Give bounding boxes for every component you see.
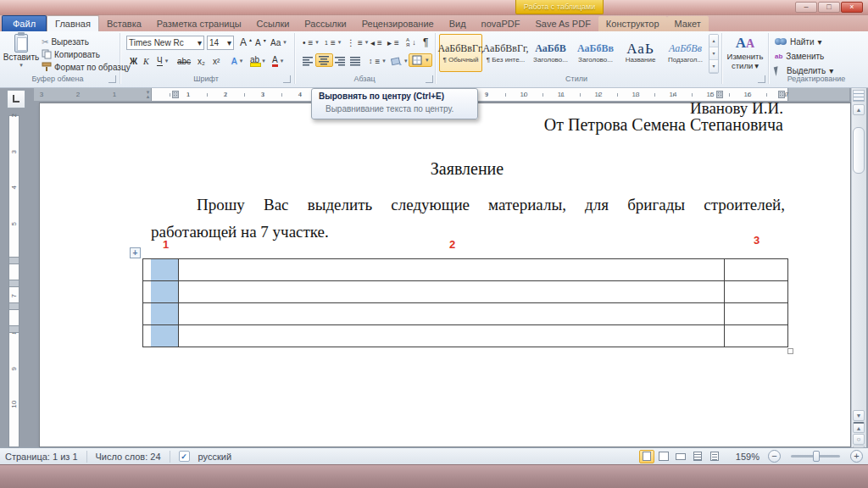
table-cell[interactable] (725, 325, 787, 347)
table-column-marker[interactable] (172, 91, 179, 98)
style-heading1[interactable]: АаБбВЗаголово... (529, 34, 572, 72)
font-name-combobox[interactable]: Times New Rc▾ (126, 36, 204, 50)
close-button[interactable]: × (841, 2, 863, 13)
change-styles-button[interactable]: АА Изменить стили▾ (723, 35, 767, 70)
tab-insert[interactable]: Вставка (99, 16, 149, 31)
paragraph-dialog-launcher[interactable] (426, 75, 433, 83)
zoom-level[interactable]: 159% (731, 452, 760, 462)
find-button[interactable]: Найти▾ (775, 36, 822, 48)
align-left-button[interactable] (300, 54, 316, 68)
align-right-button[interactable] (332, 54, 348, 68)
zoom-out-icon[interactable]: − (768, 450, 781, 463)
minimize-button[interactable]: – (795, 2, 817, 13)
table-row-marker[interactable] (8, 280, 19, 287)
tab-references[interactable]: Ссылки (249, 16, 298, 31)
change-case-button[interactable]: Аа▾ (268, 36, 289, 49)
table-cell-selected[interactable] (143, 281, 179, 302)
reading-view-button[interactable] (656, 450, 671, 463)
tab-mailings[interactable]: Рассылки (297, 16, 353, 31)
sort-button[interactable]: АЯ ↓ (403, 36, 419, 49)
strikethrough-button[interactable]: abc (175, 54, 193, 68)
previous-page-icon[interactable]: ▲ (853, 422, 865, 433)
zoom-in-icon[interactable]: + (850, 450, 863, 463)
style-subtitle[interactable]: АаБбВвПодзагол... (664, 34, 707, 72)
table-cell-selected[interactable] (143, 259, 179, 280)
ruler-toggle-icon[interactable] (853, 90, 865, 102)
table-move-handle[interactable]: + (130, 247, 141, 258)
highlight-button[interactable]: ab▾ (248, 54, 268, 68)
zoom-slider-thumb[interactable] (813, 451, 820, 462)
scroll-up-icon[interactable]: ▲ (853, 104, 865, 115)
numbering-button[interactable]: 1≡▾ (322, 36, 343, 49)
draft-view-button[interactable] (707, 450, 722, 463)
zoom-slider[interactable] (791, 455, 840, 458)
style-normal[interactable]: АаБбВвГг,¶ Обычный (439, 34, 482, 72)
increase-indent-button[interactable]: ▸≡ (385, 36, 402, 49)
superscript-button[interactable]: х² (210, 54, 222, 68)
clipboard-dialog-launcher[interactable] (108, 75, 116, 83)
cut-button[interactable]: ✂ Вырезать (39, 35, 92, 48)
replace-button[interactable]: ab Заменить (775, 50, 824, 63)
styles-dialog-launcher[interactable] (758, 75, 765, 83)
table-cell[interactable] (179, 281, 725, 302)
font-color-button[interactable]: А▾ (270, 54, 286, 68)
format-painter-button[interactable]: Формат по образцу (39, 60, 133, 74)
tab-table-layout[interactable]: Макет (667, 16, 709, 31)
table-cell[interactable] (725, 259, 787, 280)
underline-button[interactable]: Ч▾ (154, 54, 170, 68)
italic-button[interactable]: К (141, 54, 152, 68)
shrink-font-button[interactable]: А▾ (253, 36, 269, 49)
style-title[interactable]: АаЬНазвание (619, 34, 662, 72)
font-dialog-launcher[interactable] (283, 75, 291, 83)
styles-scroll-up-icon[interactable]: ▴ (709, 35, 718, 47)
select-browse-object-icon[interactable]: ○ (853, 434, 865, 445)
tab-review[interactable]: Рецензирование (354, 16, 442, 31)
scrollbar-thumb[interactable] (853, 127, 865, 174)
tab-page-layout[interactable]: Разметка страницы (149, 16, 249, 31)
tab-novapdf[interactable]: novaPDF (474, 16, 528, 31)
styles-gallery-expand-icon[interactable]: ▾ (709, 60, 718, 73)
table-column-marker[interactable] (778, 91, 785, 98)
maximize-button[interactable]: □ (818, 2, 840, 13)
decrease-indent-button[interactable]: ◂≡ (368, 36, 385, 49)
spellcheck-icon[interactable]: ✓ (179, 451, 190, 462)
styles-gallery-scroll[interactable]: ▴ ▾ ▾ (709, 34, 719, 74)
style-heading2[interactable]: АаБбВвЗаголово... (574, 34, 617, 72)
multilevel-list-button[interactable]: ⋮≡▾ (344, 36, 370, 49)
indent-marker[interactable]: ▾▴ (144, 90, 152, 99)
table-column-marker[interactable] (716, 91, 723, 98)
subscript-button[interactable]: х₂ (195, 54, 208, 68)
tab-save-as-pdf[interactable]: Save As PDF (527, 16, 598, 31)
tab-home[interactable]: Главная (47, 15, 99, 31)
table-cell-selected[interactable] (143, 325, 179, 347)
table-row-marker[interactable] (8, 257, 19, 264)
table-row-marker[interactable] (8, 325, 19, 333)
table-cell[interactable] (179, 303, 725, 324)
table-cell[interactable] (179, 325, 725, 347)
paste-button[interactable]: Вставить ▾ (5, 34, 37, 69)
text-effects-button[interactable]: А▾ (229, 54, 245, 68)
shading-button[interactable]: ▾ (388, 54, 410, 68)
styles-scroll-down-icon[interactable]: ▾ (709, 47, 718, 60)
font-size-combobox[interactable]: 14▾ (207, 36, 234, 50)
tab-view[interactable]: Вид (442, 16, 474, 31)
table-cell[interactable] (725, 281, 787, 302)
web-layout-view-button[interactable] (673, 450, 688, 463)
bullets-button[interactable]: •≡▾ (300, 36, 321, 49)
table-cell-selected[interactable] (143, 303, 179, 324)
justify-button[interactable] (348, 54, 364, 68)
show-paragraph-marks-button[interactable]: ¶ (420, 36, 431, 49)
copy-button[interactable]: Копировать (39, 47, 103, 61)
language-indicator[interactable]: русский (198, 452, 231, 462)
tab-file[interactable]: Файл (2, 15, 47, 31)
word-count[interactable]: Число слов: 24 (96, 452, 161, 462)
bold-button[interactable]: Ж (127, 54, 140, 68)
table-cell[interactable] (179, 259, 725, 280)
style-no-spacing[interactable]: АаБбВвГг,¶ Без инте... (484, 34, 527, 72)
table-row-marker[interactable] (8, 302, 19, 310)
outline-view-button[interactable] (690, 450, 705, 463)
tab-table-design[interactable]: Конструктор (598, 16, 667, 31)
document-table[interactable] (142, 258, 788, 347)
table-cell[interactable] (725, 303, 787, 324)
borders-button[interactable]: ▾ (409, 53, 432, 67)
